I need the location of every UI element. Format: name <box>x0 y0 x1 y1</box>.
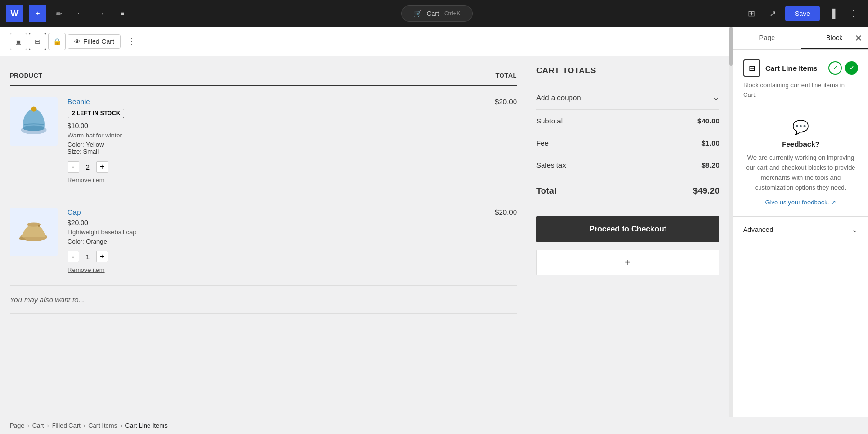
subtotal-value: $40.00 <box>697 117 719 125</box>
sidebar-advanced[interactable]: Advanced ⌄ <box>733 217 868 243</box>
breadcrumb: Page › Cart › Filled Cart › Cart Items ›… <box>0 417 868 434</box>
cap-link[interactable]: Cap <box>68 208 485 216</box>
eye-icon: 👁 <box>74 38 81 45</box>
subtotal-row: Subtotal $40.00 <box>536 110 719 132</box>
advanced-label: Advanced <box>743 226 773 233</box>
breadcrumb-filled-cart[interactable]: Filled Cart <box>52 422 81 429</box>
fee-value: $1.00 <box>701 139 719 147</box>
header-product: PRODUCT <box>10 72 42 79</box>
toolbar-right: ⊞ ↗ Save ▐ ⋮ <box>743 5 862 22</box>
coupon-chevron-icon: ⌄ <box>712 92 719 103</box>
advanced-chevron-icon: ⌄ <box>851 224 858 235</box>
cap-qty-increase[interactable]: + <box>96 251 108 262</box>
block-toolbar: ▣ ⊟ 🔒 👁 Filled Cart ⋮ <box>0 27 729 56</box>
beanie-stock: 2 LEFT IN STOCK <box>68 108 124 118</box>
sidebar-toggle-button[interactable]: ▣ <box>10 33 27 50</box>
cap-qty-control: - 1 + <box>68 251 485 262</box>
cart-shortcut: Ctrl+K <box>444 10 461 17</box>
feedback-link[interactable]: Give us your feedback. ↗ <box>765 199 837 206</box>
cart-item-cap: Cap $20.00 Lightweight baseball cap Colo… <box>10 196 517 286</box>
settings-button[interactable]: ▐ <box>824 5 841 22</box>
coupon-label: Add a coupon <box>536 94 581 102</box>
cap-qty-decrease[interactable]: - <box>68 251 79 262</box>
beanie-price: $10.00 <box>68 122 485 130</box>
cart-totals-section: CART TOTALS Add a coupon ⌄ Subtotal $40.… <box>536 66 719 314</box>
edit-mode-button[interactable]: ✏ <box>50 5 68 22</box>
redo-button[interactable]: → <box>93 5 110 22</box>
sales-tax-label: Sales tax <box>536 161 566 169</box>
sales-tax-row: Sales tax $8.20 <box>536 154 719 176</box>
sales-tax-value: $8.20 <box>701 161 719 169</box>
editor-scrollbar[interactable] <box>729 27 733 417</box>
beanie-remove[interactable]: Remove item <box>68 176 105 184</box>
fee-row: Fee $1.00 <box>536 132 719 154</box>
beanie-svg <box>17 105 51 138</box>
total-row: Total $49.20 <box>536 176 719 206</box>
checkout-button[interactable]: Proceed to Checkout <box>536 216 719 242</box>
external-link-icon: ↗ <box>831 199 836 206</box>
cap-total: $20.00 <box>495 208 517 216</box>
total-value: $49.20 <box>693 186 719 196</box>
beanie-desc: Warm hat for winter <box>68 132 485 139</box>
undo-button[interactable]: ← <box>71 5 89 22</box>
cap-remove[interactable]: Remove item <box>68 266 105 273</box>
block-label-text: Filled Cart <box>83 38 114 45</box>
more-items-indicator: You may also want to... <box>10 286 517 314</box>
wordpress-logo[interactable]: W <box>6 5 23 22</box>
svg-point-5 <box>38 225 41 227</box>
breadcrumb-sep-4: › <box>120 422 122 429</box>
cap-price: $20.00 <box>68 219 485 227</box>
beanie-size: Size: Small <box>68 148 485 155</box>
cart-pill[interactable]: 🛒 Cart Ctrl+K <box>401 5 472 22</box>
beanie-image <box>10 97 58 146</box>
sidebar-close-button[interactable]: ✕ <box>855 33 862 43</box>
toolbar-center: 🛒 Cart Ctrl+K <box>135 5 739 22</box>
sidebar-block-header: ⊟ Cart Line Items ✓ ✓ <box>743 59 858 77</box>
external-link-button[interactable]: ↗ <box>764 5 781 22</box>
breadcrumb-sep-1: › <box>27 422 29 429</box>
lock-button[interactable]: 🔒 <box>48 33 66 50</box>
view-button[interactable]: ⊞ <box>743 5 760 22</box>
add-block-plus-button[interactable]: + <box>536 250 719 275</box>
cart-totals-title: CART TOTALS <box>536 66 719 76</box>
coupon-row[interactable]: Add a coupon ⌄ <box>536 85 719 110</box>
right-sidebar: Page Block ✕ ⊟ Cart Line Items ✓ ✓ Block… <box>733 27 868 417</box>
cap-svg <box>17 215 51 249</box>
add-block-button[interactable]: + <box>29 5 46 22</box>
main-content: ▣ ⊟ 🔒 👁 Filled Cart ⋮ PRODUCT TOTAL <box>0 27 868 417</box>
feedback-link-text: Give us your feedback. <box>765 199 829 206</box>
cap-desc: Lightweight baseball cap <box>68 229 485 236</box>
cart-table-header: PRODUCT TOTAL <box>10 66 517 86</box>
cart-content: PRODUCT TOTAL Be <box>0 56 729 324</box>
beanie-details: Beanie 2 LEFT IN STOCK $10.00 Warm hat f… <box>68 97 485 184</box>
breadcrumb-page[interactable]: Page <box>10 422 24 429</box>
cap-details: Cap $20.00 Lightweight baseball cap Colo… <box>68 208 485 274</box>
more-options-button[interactable]: ⋮ <box>845 5 862 22</box>
block-label[interactable]: 👁 Filled Cart <box>68 34 121 49</box>
cart-item-beanie: Beanie 2 LEFT IN STOCK $10.00 Warm hat f… <box>10 86 517 196</box>
two-col-button[interactable]: ⊟ <box>29 33 46 50</box>
list-view-button[interactable]: ≡ <box>114 5 131 22</box>
beanie-total: $20.00 <box>495 97 517 106</box>
save-button[interactable]: Save <box>785 6 820 21</box>
block-icon: ⊟ <box>743 59 760 77</box>
beanie-qty-increase[interactable]: + <box>96 161 108 173</box>
status-dot-outline: ✓ <box>828 61 842 75</box>
breadcrumb-sep-3: › <box>83 422 85 429</box>
editor-area: ▣ ⊟ 🔒 👁 Filled Cart ⋮ PRODUCT TOTAL <box>0 27 729 417</box>
tab-page[interactable]: Page <box>733 27 801 49</box>
cap-image <box>10 208 58 256</box>
sidebar-feedback: 💬 Feedback? We are currently working on … <box>733 109 868 217</box>
breadcrumb-cart-line-items[interactable]: Cart Line Items <box>125 422 168 429</box>
breadcrumb-cart[interactable]: Cart <box>32 422 44 429</box>
beanie-link[interactable]: Beanie <box>68 97 485 106</box>
header-total: TOTAL <box>495 72 517 79</box>
svg-point-2 <box>31 107 36 112</box>
top-toolbar: W + ✏ ← → ≡ 🛒 Cart Ctrl+K ⊞ ↗ Save ▐ ⋮ <box>0 0 868 27</box>
block-more-button[interactable]: ⋮ <box>122 33 140 50</box>
cart-items-section: PRODUCT TOTAL Be <box>10 66 536 314</box>
beanie-qty-decrease[interactable]: - <box>68 161 79 173</box>
sidebar-tabs: Page Block ✕ <box>733 27 868 50</box>
breadcrumb-cart-items[interactable]: Cart Items <box>88 422 117 429</box>
editor-scrollbar-thumb[interactable] <box>729 27 733 66</box>
